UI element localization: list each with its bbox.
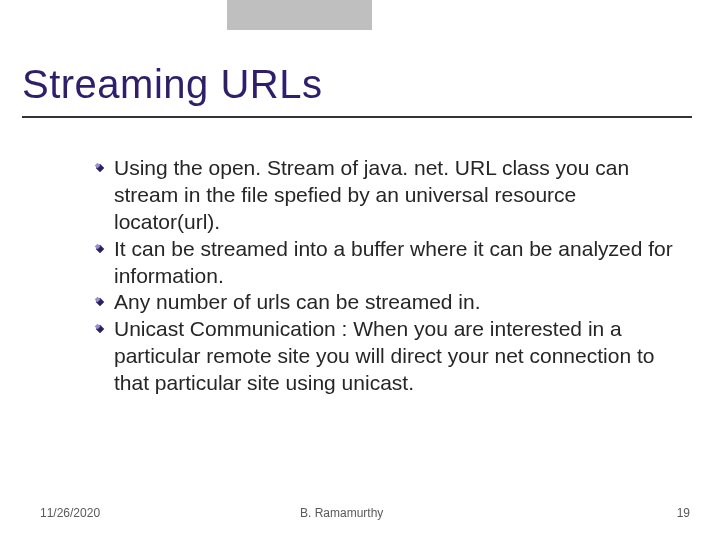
diamond-bullet-icon [94, 162, 106, 174]
bullet-text: Any number of urls can be streamed in. [114, 289, 674, 316]
footer-author: B. Ramamurthy [300, 506, 383, 520]
list-item: Unicast Communication : When you are int… [94, 316, 674, 397]
header-shadow-bar [227, 0, 372, 30]
diamond-bullet-icon [94, 296, 106, 308]
diamond-bullet-icon [94, 243, 106, 255]
title-underline [22, 116, 692, 118]
list-item: It can be streamed into a buffer where i… [94, 236, 674, 290]
bullet-text: Using the open. Stream of java. net. URL… [114, 155, 674, 236]
footer-page-number: 19 [677, 506, 690, 520]
bullet-text: It can be streamed into a buffer where i… [114, 236, 674, 290]
slide-title: Streaming URLs [22, 62, 322, 107]
diamond-bullet-icon [94, 323, 106, 335]
bullet-text: Unicast Communication : When you are int… [114, 316, 674, 397]
list-item: Any number of urls can be streamed in. [94, 289, 674, 316]
list-item: Using the open. Stream of java. net. URL… [94, 155, 674, 236]
footer-date: 11/26/2020 [40, 506, 100, 520]
bullet-list: Using the open. Stream of java. net. URL… [94, 155, 674, 397]
